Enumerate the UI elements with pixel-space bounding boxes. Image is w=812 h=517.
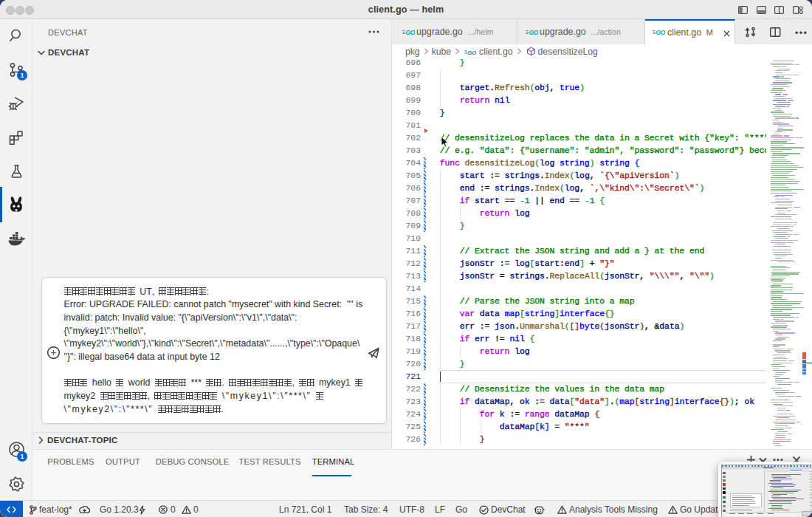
svg-text:GO: GO [467, 49, 476, 55]
svg-text:GO: GO [656, 29, 665, 35]
svg-text:GO: GO [406, 29, 415, 35]
svg-text:GO: GO [529, 29, 538, 35]
